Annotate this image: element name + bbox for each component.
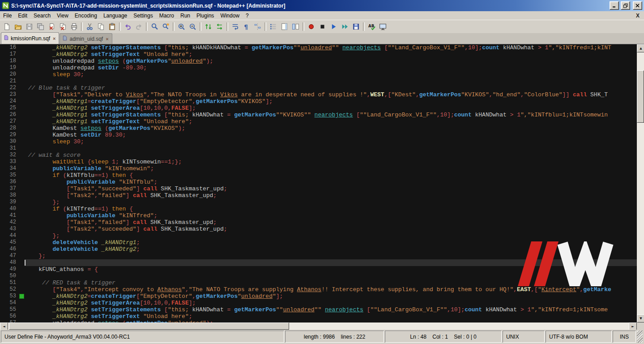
- menu-item-edit[interactable]: Edit: [15, 12, 30, 19]
- code-line-47[interactable]: 47 };: [0, 253, 637, 259]
- menu-item-encoding[interactable]: Encoding: [72, 12, 100, 19]
- record-macro-icon[interactable]: [306, 21, 317, 32]
- word-wrap-icon[interactable]: [230, 21, 241, 32]
- code-line-18[interactable]: 18 unloadredpad setpos (getMarkerPos"unl…: [0, 58, 637, 64]
- function-list-icon[interactable]: [268, 21, 279, 32]
- scroll-left-button[interactable]: ◄: [0, 322, 8, 330]
- code-line-39[interactable]: 39 };: [0, 199, 637, 206]
- status-eol-format[interactable]: UNIX: [503, 331, 545, 343]
- code-line-43[interactable]: 43 ["Task2","succeeded"] call SHK_Taskma…: [0, 226, 637, 232]
- code-line-48[interactable]: 48: [0, 259, 637, 266]
- redo-icon[interactable]: [133, 21, 145, 32]
- restore-button[interactable]: [621, 1, 630, 10]
- code-line-33[interactable]: 33 waitUntil {sleep 1; kINTsomewin==1;};: [0, 159, 637, 165]
- minimize-button[interactable]: [610, 1, 619, 10]
- save-macro-icon[interactable]: [350, 21, 362, 32]
- horizontal-scroll-thumb[interactable]: [9, 322, 289, 330]
- menu-item-settings[interactable]: Settings: [130, 12, 156, 19]
- code-line-22[interactable]: 22 // Blue task & trigger: [0, 85, 637, 91]
- menu-item-view[interactable]: View: [54, 12, 72, 19]
- vertical-scroll-track[interactable]: [637, 52, 644, 314]
- zoom-out-icon[interactable]: [187, 21, 198, 32]
- code-line-54[interactable]: 54 _kHANDtrg2 setTriggerArea[10,10,0,FAL…: [0, 300, 637, 306]
- find-icon[interactable]: [149, 21, 160, 32]
- play-macro-icon[interactable]: [328, 21, 339, 32]
- resize-grip[interactable]: [637, 331, 643, 343]
- code-line-45[interactable]: 45 deleteVehicle _kHANDtrg1;: [0, 239, 637, 246]
- save-all-icon[interactable]: [35, 21, 46, 32]
- copy-icon[interactable]: [95, 21, 107, 32]
- sync-vertical-icon[interactable]: [203, 21, 214, 32]
- cut-icon[interactable]: [84, 21, 95, 32]
- horizontal-scrollbar[interactable]: ◄ ►: [0, 322, 637, 330]
- code-line-21[interactable]: 21: [0, 78, 637, 85]
- code-line-28[interactable]: 28 KamDest setpos (getMarkerPos"KVIKOS")…: [0, 125, 637, 132]
- tab-close-icon[interactable]: ×: [53, 36, 55, 41]
- code-line-34[interactable]: 34 publicVariable "kINTsomewin";: [0, 165, 637, 172]
- tab-kmissionrun-sqf[interactable]: kmissionRun.sqf×: [1, 32, 59, 44]
- code-line-16[interactable]: 16 _kHANDtrg2 setTriggerStatements ["thi…: [0, 44, 637, 51]
- scroll-up-button[interactable]: ▲: [637, 44, 644, 52]
- code-line-38[interactable]: 38 ["Task2","failed"] call SHK_Taskmaste…: [0, 192, 637, 199]
- code-line-29[interactable]: 29 KamDest setDir 89.30;: [0, 132, 637, 138]
- code-line-35[interactable]: 35 if (kINTfblu==1) then {: [0, 172, 637, 179]
- paste-icon[interactable]: [107, 21, 118, 32]
- code-line-55[interactable]: 55 _kHANDtrg2 setTriggerStatements ["thi…: [0, 306, 637, 313]
- code-line-31[interactable]: 31: [0, 145, 637, 152]
- code-line-50[interactable]: 50: [0, 273, 637, 280]
- code-line-56[interactable]: 56 _kHANDtrg2 setTriggerText "Unload her…: [0, 313, 637, 320]
- code-line-53[interactable]: 53 _kHANDtrg2=createTrigger["EmptyDetect…: [0, 293, 637, 300]
- spell-check-icon[interactable]: AB: [366, 21, 377, 32]
- monitor-icon[interactable]: [377, 21, 388, 32]
- print-icon[interactable]: [68, 21, 80, 32]
- indent-guide-icon[interactable]: [252, 21, 263, 32]
- new-file-icon[interactable]: [1, 21, 13, 32]
- code-line-27[interactable]: 27 _kHANDtrg1 setTriggerText "Unload her…: [0, 118, 637, 125]
- menu-item-macro[interactable]: Macro: [156, 12, 177, 19]
- code-line-44[interactable]: 44 };: [0, 232, 637, 239]
- menu-item-run[interactable]: Run: [177, 12, 193, 19]
- code-line-36[interactable]: 36 publicVariable "kINTfblu";: [0, 179, 637, 185]
- stop-macro-icon[interactable]: [317, 21, 328, 32]
- status-encoding[interactable]: UTF-8 w/o BOM: [546, 331, 612, 343]
- open-icon[interactable]: [13, 21, 24, 32]
- menu-item-file[interactable]: File: [0, 12, 15, 19]
- code-line-37[interactable]: 37 ["Task1","succeeded"] call SHK_Taskma…: [0, 185, 637, 192]
- tab-close-icon[interactable]: ×: [106, 36, 108, 42]
- code-line-26[interactable]: 26 _kHANDtrg1 setTriggerStatements ["thi…: [0, 112, 637, 118]
- vertical-scrollbar[interactable]: ▲ ▼: [637, 44, 644, 322]
- document-close-x-icon[interactable]: X: [631, 13, 644, 19]
- run-multiple-icon[interactable]: [339, 21, 350, 32]
- tab-admin-uid-sqf[interactable]: admin_uid.sqf×: [60, 33, 112, 44]
- scroll-right-button[interactable]: ►: [629, 322, 637, 330]
- replace-icon[interactable]: [160, 21, 171, 32]
- close-button[interactable]: [633, 1, 642, 10]
- save-icon[interactable]: [24, 21, 35, 32]
- close-icon[interactable]: [46, 21, 57, 32]
- close-all-icon[interactable]: [57, 21, 68, 32]
- menu-item-help[interactable]: ?: [243, 12, 252, 19]
- doc-map-icon[interactable]: [279, 21, 290, 32]
- editor-viewport[interactable]: 16 _kHANDtrg2 setTriggerStatements ["thi…: [0, 44, 637, 322]
- undo-icon[interactable]: [122, 21, 133, 32]
- code-line-30[interactable]: 30 sleep 30;: [0, 138, 637, 145]
- code-line-32[interactable]: 32 // wait & score: [0, 152, 637, 159]
- sync-horizontal-icon[interactable]: [214, 21, 225, 32]
- vertical-scroll-thumb[interactable]: [637, 70, 644, 123]
- status-insert-mode[interactable]: INS: [613, 331, 636, 343]
- scroll-down-button[interactable]: ▼: [637, 314, 644, 322]
- code-line-20[interactable]: 20 sleep 30;: [0, 71, 637, 78]
- code-line-49[interactable]: 49 kFUNC_athanos = {: [0, 266, 637, 273]
- code-line-42[interactable]: 42 ["Task1","failed"] call SHK_Taskmaste…: [0, 219, 637, 226]
- code-line-51[interactable]: 51 // RED task & trigger: [0, 280, 637, 286]
- zoom-in-icon[interactable]: [176, 21, 187, 32]
- menu-item-plugins[interactable]: Plugins: [193, 12, 217, 19]
- code-line-19[interactable]: 19 unloadredpad setDir -89.30;: [0, 64, 637, 71]
- code-line-40[interactable]: 40 if (kINTfred==1) then {: [0, 206, 637, 212]
- menu-item-language[interactable]: Language: [100, 12, 130, 19]
- doc-list-icon[interactable]: [290, 21, 301, 32]
- code-line-46[interactable]: 46 deleteVehicle _kHANDtrg2;: [0, 246, 637, 253]
- menu-item-window[interactable]: Window: [217, 12, 243, 19]
- show-all-chars-icon[interactable]: ¶: [241, 21, 252, 32]
- code-line-24[interactable]: 24 _kHANDtrg1=createTrigger["EmptyDetect…: [0, 98, 637, 105]
